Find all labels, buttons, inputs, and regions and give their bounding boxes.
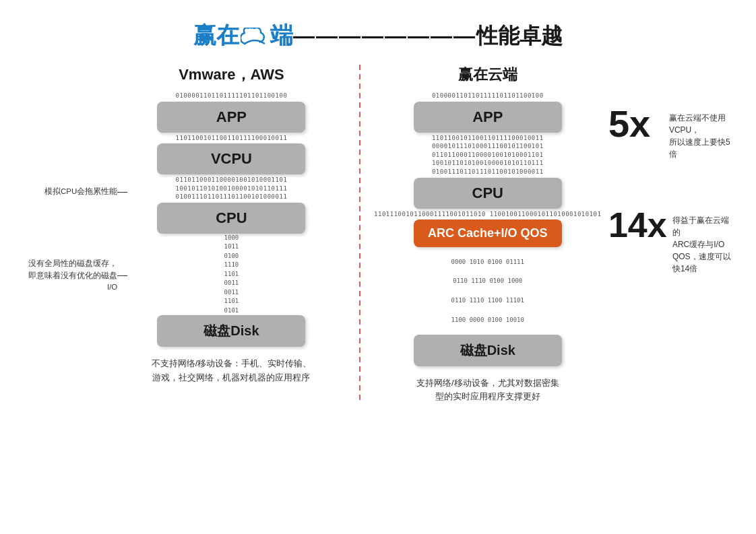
right-cpu-box: CPU xyxy=(414,178,562,209)
right-app-box: APP xyxy=(414,102,562,133)
annotation-vcpu: 模拟CPU会拖累性能 xyxy=(20,186,117,197)
benefit-14x-desc: 得益于赢在云端的 ARC缓存与I/O QOS，速度可以 快14倍 xyxy=(672,207,736,275)
left-app-box: APP xyxy=(157,102,305,133)
right-disk-box: 磁盘Disk xyxy=(414,335,562,366)
benefit-5x-desc: 赢在云端不使用VCPU， 所以速度上要快5倍 xyxy=(669,105,736,160)
left-cpu-box: CPU xyxy=(157,203,305,234)
right-binary-1: 0100001101101111101101100100 xyxy=(432,92,544,100)
left-annotations: 模拟CPU会拖累性能 没有全局性的磁盘缓存， 即意味着没有优化的磁盘I/O xyxy=(20,65,117,293)
left-title: Vmware，AWS xyxy=(179,65,284,85)
right-bottom-text: 支持网络/移动设备，尤其对数据密集 型的实时应用程序支撑更好 xyxy=(416,376,559,405)
left-section: Vmware，AWS 0100001101101111101101100100 … xyxy=(117,65,345,385)
right-title: 赢在云端 xyxy=(458,65,517,85)
left-vcpu-box: VCPU xyxy=(157,143,305,174)
right-binary-2: 1101100101100110111100010011 00001011101… xyxy=(432,134,544,176)
arc-cache-box: ARC Cache+I/O QOS xyxy=(414,220,562,247)
right-cpu-bits: 1101110010110001111001011010 11001001100… xyxy=(374,210,601,219)
main-content: 模拟CPU会拖累性能 没有全局性的磁盘缓存， 即意味着没有优化的磁盘I/O Vm… xyxy=(20,65,736,404)
title-dashes: ———————— xyxy=(293,24,476,48)
page-title: 赢在 端————————性能卓越 xyxy=(20,20,736,51)
benefit-5x-number: 5x xyxy=(608,105,662,143)
title-win: 赢在 xyxy=(193,22,239,48)
left-disk-numbers: 1000 1011 0100 1110 1101 0011 0011 1101 … xyxy=(224,234,239,316)
benefits-section: 5x 赢在云端不使用VCPU， 所以速度上要快5倍 14x 得益于赢在云端的 A… xyxy=(602,65,736,275)
left-binary-1: 0100001101101111101101100100 xyxy=(176,92,288,100)
header: 赢在 端————————性能卓越 xyxy=(20,13,736,51)
benefit-5x-item: 5x 赢在云端不使用VCPU， 所以速度上要快5倍 xyxy=(608,105,736,160)
left-binary-2: 1101100101100110111100010011 xyxy=(176,134,288,143)
right-disk-numbers: 0000 1010 0100 01111 0110 1110 0100 1000… xyxy=(451,247,524,335)
left-bottom-text: 不支持网络/移动设备：手机、实时传输、 游戏，社交网络，机器对机器的应用程序 xyxy=(152,357,312,385)
benefit-14x-number: 14x xyxy=(608,207,666,242)
left-diagram: 0100001101101111101101100100 APP 1101100… xyxy=(117,90,345,347)
left-binary-3: 0110110001100001001010001101 10010110101… xyxy=(176,176,288,201)
title-part2: 端 xyxy=(270,22,293,48)
right-section: 赢在云端 0100001101101111101101100100 APP 11… xyxy=(374,65,602,404)
cloud-icon xyxy=(241,28,269,48)
right-diagram: 0100001101101111101101100100 APP 1101100… xyxy=(374,90,602,366)
title-perf: 性能卓越 xyxy=(476,24,563,48)
left-disk-box: 磁盘Disk xyxy=(157,315,305,347)
page-container: 赢在 端————————性能卓越 模拟CPU会拖累性能 没有全局性的磁盘缓存， … xyxy=(0,0,756,534)
annotation-disk: 没有全局性的磁盘缓存， 即意味着没有优化的磁盘I/O xyxy=(20,258,117,293)
section-divider xyxy=(359,65,360,404)
benefit-14x-item: 14x 得益于赢在云端的 ARC缓存与I/O QOS，速度可以 快14倍 xyxy=(608,207,736,275)
